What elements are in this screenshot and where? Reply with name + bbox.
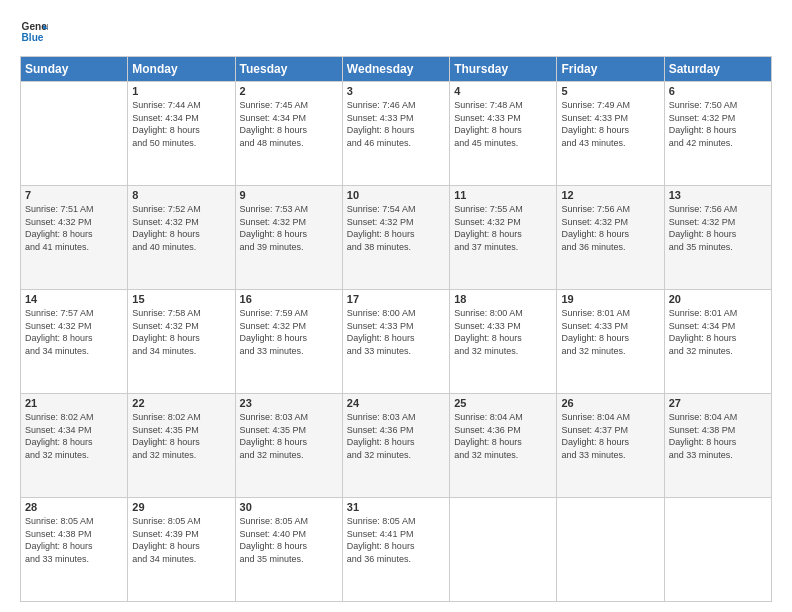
calendar-cell: 24Sunrise: 8:03 AMSunset: 4:36 PMDayligh… (342, 394, 449, 498)
day-info: Sunrise: 8:03 AMSunset: 4:36 PMDaylight:… (347, 411, 445, 461)
day-number: 22 (132, 397, 230, 409)
day-info: Sunrise: 7:56 AMSunset: 4:32 PMDaylight:… (561, 203, 659, 253)
day-number: 16 (240, 293, 338, 305)
day-info: Sunrise: 8:01 AMSunset: 4:34 PMDaylight:… (669, 307, 767, 357)
calendar-cell: 15Sunrise: 7:58 AMSunset: 4:32 PMDayligh… (128, 290, 235, 394)
day-number: 26 (561, 397, 659, 409)
day-number: 24 (347, 397, 445, 409)
calendar-cell: 13Sunrise: 7:56 AMSunset: 4:32 PMDayligh… (664, 186, 771, 290)
calendar-cell: 10Sunrise: 7:54 AMSunset: 4:32 PMDayligh… (342, 186, 449, 290)
day-info: Sunrise: 8:04 AMSunset: 4:37 PMDaylight:… (561, 411, 659, 461)
calendar-cell: 12Sunrise: 7:56 AMSunset: 4:32 PMDayligh… (557, 186, 664, 290)
day-info: Sunrise: 8:02 AMSunset: 4:34 PMDaylight:… (25, 411, 123, 461)
calendar-cell: 14Sunrise: 7:57 AMSunset: 4:32 PMDayligh… (21, 290, 128, 394)
calendar-table: SundayMondayTuesdayWednesdayThursdayFrid… (20, 56, 772, 602)
day-info: Sunrise: 8:02 AMSunset: 4:35 PMDaylight:… (132, 411, 230, 461)
day-number: 9 (240, 189, 338, 201)
calendar-cell: 25Sunrise: 8:04 AMSunset: 4:36 PMDayligh… (450, 394, 557, 498)
day-number: 31 (347, 501, 445, 513)
calendar-cell: 5Sunrise: 7:49 AMSunset: 4:33 PMDaylight… (557, 82, 664, 186)
calendar-cell: 4Sunrise: 7:48 AMSunset: 4:33 PMDaylight… (450, 82, 557, 186)
calendar-cell (450, 498, 557, 602)
calendar-cell: 17Sunrise: 8:00 AMSunset: 4:33 PMDayligh… (342, 290, 449, 394)
calendar-cell: 2Sunrise: 7:45 AMSunset: 4:34 PMDaylight… (235, 82, 342, 186)
day-info: Sunrise: 7:53 AMSunset: 4:32 PMDaylight:… (240, 203, 338, 253)
day-number: 19 (561, 293, 659, 305)
day-number: 8 (132, 189, 230, 201)
week-row-3: 14Sunrise: 7:57 AMSunset: 4:32 PMDayligh… (21, 290, 772, 394)
calendar-cell (664, 498, 771, 602)
calendar-cell: 11Sunrise: 7:55 AMSunset: 4:32 PMDayligh… (450, 186, 557, 290)
day-info: Sunrise: 8:04 AMSunset: 4:38 PMDaylight:… (669, 411, 767, 461)
calendar-cell: 29Sunrise: 8:05 AMSunset: 4:39 PMDayligh… (128, 498, 235, 602)
day-number: 1 (132, 85, 230, 97)
calendar-header: SundayMondayTuesdayWednesdayThursdayFrid… (21, 57, 772, 82)
day-info: Sunrise: 7:45 AMSunset: 4:34 PMDaylight:… (240, 99, 338, 149)
day-number: 14 (25, 293, 123, 305)
day-number: 15 (132, 293, 230, 305)
day-number: 6 (669, 85, 767, 97)
day-info: Sunrise: 7:59 AMSunset: 4:32 PMDaylight:… (240, 307, 338, 357)
calendar-cell: 16Sunrise: 7:59 AMSunset: 4:32 PMDayligh… (235, 290, 342, 394)
week-row-1: 1Sunrise: 7:44 AMSunset: 4:34 PMDaylight… (21, 82, 772, 186)
day-info: Sunrise: 8:00 AMSunset: 4:33 PMDaylight:… (454, 307, 552, 357)
day-number: 5 (561, 85, 659, 97)
day-info: Sunrise: 7:55 AMSunset: 4:32 PMDaylight:… (454, 203, 552, 253)
calendar-cell (557, 498, 664, 602)
week-row-4: 21Sunrise: 8:02 AMSunset: 4:34 PMDayligh… (21, 394, 772, 498)
weekday-row: SundayMondayTuesdayWednesdayThursdayFrid… (21, 57, 772, 82)
day-info: Sunrise: 8:00 AMSunset: 4:33 PMDaylight:… (347, 307, 445, 357)
day-info: Sunrise: 7:52 AMSunset: 4:32 PMDaylight:… (132, 203, 230, 253)
weekday-header-wednesday: Wednesday (342, 57, 449, 82)
day-info: Sunrise: 8:03 AMSunset: 4:35 PMDaylight:… (240, 411, 338, 461)
day-number: 21 (25, 397, 123, 409)
day-number: 28 (25, 501, 123, 513)
day-info: Sunrise: 7:46 AMSunset: 4:33 PMDaylight:… (347, 99, 445, 149)
day-info: Sunrise: 7:56 AMSunset: 4:32 PMDaylight:… (669, 203, 767, 253)
calendar-cell: 27Sunrise: 8:04 AMSunset: 4:38 PMDayligh… (664, 394, 771, 498)
svg-text:Blue: Blue (22, 32, 44, 43)
day-number: 17 (347, 293, 445, 305)
day-number: 11 (454, 189, 552, 201)
calendar-cell: 28Sunrise: 8:05 AMSunset: 4:38 PMDayligh… (21, 498, 128, 602)
calendar-cell: 8Sunrise: 7:52 AMSunset: 4:32 PMDaylight… (128, 186, 235, 290)
day-info: Sunrise: 7:44 AMSunset: 4:34 PMDaylight:… (132, 99, 230, 149)
day-number: 30 (240, 501, 338, 513)
day-info: Sunrise: 7:48 AMSunset: 4:33 PMDaylight:… (454, 99, 552, 149)
calendar-cell: 9Sunrise: 7:53 AMSunset: 4:32 PMDaylight… (235, 186, 342, 290)
day-info: Sunrise: 8:05 AMSunset: 4:41 PMDaylight:… (347, 515, 445, 565)
calendar-cell: 22Sunrise: 8:02 AMSunset: 4:35 PMDayligh… (128, 394, 235, 498)
day-info: Sunrise: 8:05 AMSunset: 4:38 PMDaylight:… (25, 515, 123, 565)
day-number: 10 (347, 189, 445, 201)
calendar-cell: 21Sunrise: 8:02 AMSunset: 4:34 PMDayligh… (21, 394, 128, 498)
day-number: 23 (240, 397, 338, 409)
day-info: Sunrise: 7:58 AMSunset: 4:32 PMDaylight:… (132, 307, 230, 357)
calendar-page: General Blue SundayMondayTuesdayWednesda… (0, 0, 792, 612)
day-info: Sunrise: 8:05 AMSunset: 4:40 PMDaylight:… (240, 515, 338, 565)
calendar-cell: 6Sunrise: 7:50 AMSunset: 4:32 PMDaylight… (664, 82, 771, 186)
weekday-header-sunday: Sunday (21, 57, 128, 82)
weekday-header-thursday: Thursday (450, 57, 557, 82)
day-number: 12 (561, 189, 659, 201)
calendar-cell: 3Sunrise: 7:46 AMSunset: 4:33 PMDaylight… (342, 82, 449, 186)
calendar-cell: 26Sunrise: 8:04 AMSunset: 4:37 PMDayligh… (557, 394, 664, 498)
week-row-5: 28Sunrise: 8:05 AMSunset: 4:38 PMDayligh… (21, 498, 772, 602)
calendar-cell (21, 82, 128, 186)
weekday-header-monday: Monday (128, 57, 235, 82)
page-header: General Blue (20, 18, 772, 46)
logo-icon: General Blue (20, 18, 48, 46)
day-number: 2 (240, 85, 338, 97)
day-info: Sunrise: 7:51 AMSunset: 4:32 PMDaylight:… (25, 203, 123, 253)
logo: General Blue (20, 18, 48, 46)
day-number: 4 (454, 85, 552, 97)
day-number: 29 (132, 501, 230, 513)
day-number: 7 (25, 189, 123, 201)
day-number: 13 (669, 189, 767, 201)
day-number: 27 (669, 397, 767, 409)
weekday-header-saturday: Saturday (664, 57, 771, 82)
day-info: Sunrise: 8:05 AMSunset: 4:39 PMDaylight:… (132, 515, 230, 565)
day-info: Sunrise: 7:50 AMSunset: 4:32 PMDaylight:… (669, 99, 767, 149)
calendar-cell: 1Sunrise: 7:44 AMSunset: 4:34 PMDaylight… (128, 82, 235, 186)
calendar-body: 1Sunrise: 7:44 AMSunset: 4:34 PMDaylight… (21, 82, 772, 602)
day-info: Sunrise: 7:57 AMSunset: 4:32 PMDaylight:… (25, 307, 123, 357)
